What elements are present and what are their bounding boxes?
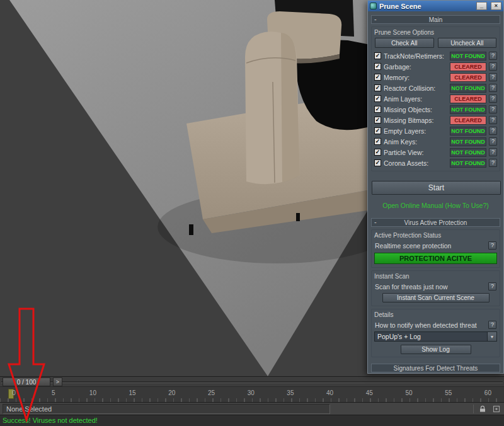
option-label: Empty Layers: [384, 127, 447, 135]
prune-options-group: Prune Scene Options Check All Uncheck Al… [371, 26, 500, 171]
help-icon[interactable]: ? [489, 73, 497, 81]
option-checkbox[interactable] [374, 95, 381, 102]
rollout-signatures-label: Signatures For Detect Threats [394, 365, 478, 372]
rollout-virus-protection[interactable]: - Virus Active Protection [371, 218, 500, 227]
scan-result-message: Success! Viruses not detected! [0, 415, 504, 426]
rollout-main[interactable]: - Main [371, 15, 500, 24]
selection-lock-icon[interactable] [478, 404, 488, 413]
option-label: Particle View: [384, 149, 447, 156]
status-badge: NOT FOUND [450, 84, 486, 93]
ruler-label: 25 [208, 389, 215, 396]
ruler-label: 10 [89, 389, 96, 396]
status-badge: NOT FOUND [450, 159, 486, 168]
option-checkbox[interactable] [374, 106, 381, 113]
show-log-button[interactable]: Show Log [401, 345, 471, 354]
selection-status-field: None Selected [3, 404, 330, 414]
notify-mode-label: How to notify when detected threat [375, 321, 477, 329]
ruler-label: 60 [484, 389, 491, 396]
close-icon[interactable]: × [491, 2, 501, 10]
active-protection-group: Active Protection Status Realtime scene … [371, 229, 500, 268]
start-button[interactable]: Start [372, 181, 501, 195]
option-label: Anim Layers: [384, 95, 447, 103]
status-bar: None Selected [0, 403, 504, 415]
help-icon[interactable]: ? [488, 282, 496, 291]
help-icon[interactable]: ? [488, 321, 496, 329]
ruler-label: 0 [12, 389, 16, 396]
help-icon[interactable]: ? [489, 137, 497, 146]
option-label: Garbage: [384, 63, 447, 71]
option-label: Corona Assets: [384, 159, 447, 167]
prune-option-row-corona: Corona Assets: NOT FOUND ? [374, 158, 497, 168]
option-label: Missing Bitmaps: [384, 117, 447, 124]
prune-scene-dialog: Prune Scene _ × - Main Prune Scene Optio… [367, 0, 504, 374]
help-icon[interactable]: ? [489, 52, 497, 60]
sofa-leg [296, 213, 300, 221]
ruler-label: 55 [445, 389, 452, 396]
help-icon[interactable]: ? [489, 159, 497, 167]
instant-scan-group: Instant Scan Scan for threats just now ?… [371, 270, 500, 306]
status-badge: NOT FOUND [450, 148, 486, 157]
online-manual-link[interactable]: Open Online Manual (How To Use?) [371, 202, 500, 209]
option-label: Missing Objects: [384, 106, 447, 113]
group-label: Instant Scan [374, 273, 497, 280]
help-icon[interactable]: ? [489, 116, 497, 124]
group-label: Active Protection Status [374, 232, 497, 239]
option-checkbox[interactable] [374, 84, 381, 91]
status-badge: CLEARED [450, 116, 486, 125]
minimize-icon[interactable]: _ [476, 2, 487, 10]
rollout-virus-label: Virus Active Protection [404, 219, 467, 226]
ruler-label: 15 [129, 389, 136, 396]
prune-option-row-particleview: Particle View: NOT FOUND ? [374, 147, 497, 158]
ruler-label: 50 [405, 389, 412, 396]
option-checkbox[interactable] [374, 138, 381, 145]
option-label: TrackNote/Retimers: [384, 52, 447, 60]
status-badge: CLEARED [450, 62, 486, 71]
max-application-window: 0 / 100 > 051015202530354045505560 None … [0, 0, 504, 426]
protection-active-button[interactable]: PROTECTION ACITVE [374, 253, 497, 264]
status-badge: NOT FOUND [450, 127, 486, 135]
prune-option-row-emptylayers: Empty Layers: NOT FOUND ? [374, 125, 497, 136]
option-label: Memory: [384, 74, 447, 81]
help-icon[interactable]: ? [489, 62, 497, 71]
snap-toggle-icon[interactable] [491, 404, 501, 413]
collapse-icon[interactable]: - [374, 218, 377, 226]
help-icon[interactable]: ? [489, 105, 497, 113]
option-label: Reactor Collision: [384, 84, 447, 92]
details-group: Details How to notify when detected thre… [371, 309, 500, 357]
timeline-ruler[interactable]: 051015202530354045505560 [0, 387, 504, 403]
help-icon[interactable]: ? [489, 148, 497, 156]
chevron-down-icon[interactable]: ▼ [487, 332, 496, 341]
scan-now-label: Scan for threats just now [375, 283, 448, 291]
next-frame-icon[interactable]: > [53, 377, 62, 386]
help-icon[interactable]: ? [489, 95, 497, 103]
time-slider-handle[interactable]: 0 / 100 [3, 377, 50, 386]
prune-option-row-reactor: Reactor Collision: NOT FOUND ? [374, 83, 497, 93]
uncheck-all-button[interactable]: Uncheck All [438, 38, 497, 48]
notify-mode-dropdown[interactable]: PopUp's + Log ▼ [374, 331, 497, 342]
rollout-signatures[interactable]: Signatures For Detect Threats [371, 364, 500, 372]
prune-option-row-garbage: Garbage: CLEARED ? [374, 61, 497, 72]
group-label: Details [374, 311, 497, 318]
option-checkbox[interactable] [374, 74, 381, 81]
option-checkbox[interactable] [374, 149, 381, 156]
help-icon[interactable]: ? [489, 127, 497, 135]
dialog-title: Prune Scene [379, 3, 472, 10]
help-icon[interactable]: ? [488, 241, 496, 250]
option-checkbox[interactable] [374, 52, 381, 59]
time-slider-bar[interactable]: 0 / 100 > [0, 376, 504, 387]
status-badge: CLEARED [450, 95, 486, 103]
collapse-icon[interactable]: - [374, 15, 377, 23]
option-checkbox[interactable] [374, 63, 381, 70]
dialog-titlebar[interactable]: Prune Scene _ × [368, 1, 503, 11]
check-all-button[interactable]: Check All [375, 38, 434, 48]
time-slider-track[interactable] [1, 381, 503, 383]
ruler-label: 30 [248, 389, 255, 396]
option-checkbox[interactable] [374, 117, 381, 124]
option-checkbox[interactable] [374, 159, 381, 166]
statusbar-separator [473, 405, 474, 413]
instant-scan-button[interactable]: Instant Scan Current Scene [382, 293, 490, 302]
help-icon[interactable]: ? [489, 84, 497, 92]
option-checkbox[interactable] [374, 127, 381, 134]
prune-option-row-missingobjects: Missing Objects: NOT FOUND ? [374, 104, 497, 115]
prune-option-row-animlayers: Anim Layers: CLEARED ? [374, 93, 497, 104]
